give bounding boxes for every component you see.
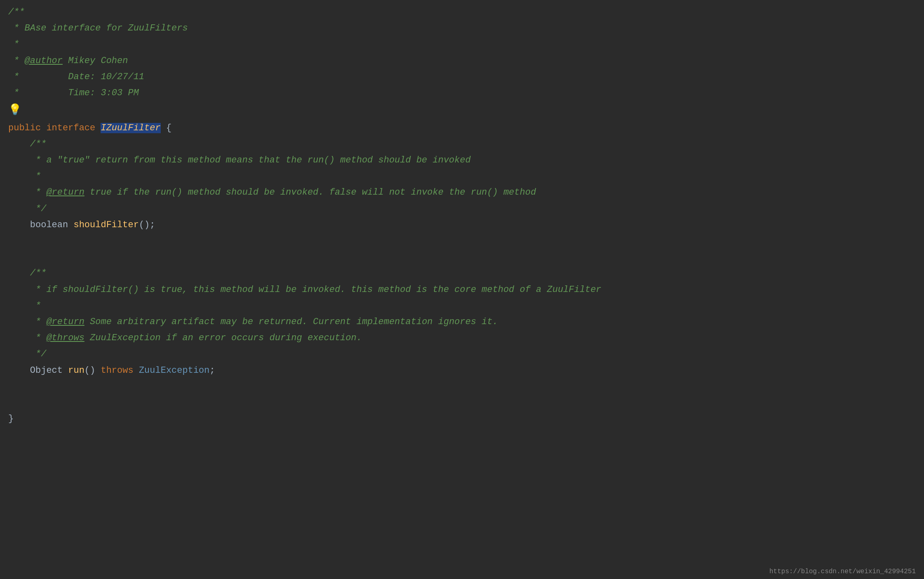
comment-text: *: [8, 301, 41, 311]
comment-text: * if shouldFilter() is true, this method…: [8, 285, 601, 295]
comment-text: */: [8, 204, 46, 214]
code-line-22: */: [0, 346, 924, 362]
code-line-17: /**: [0, 265, 924, 281]
code-line-6: * Time: 3:03 PM: [0, 85, 924, 101]
code-line-19: *: [0, 298, 924, 314]
code-line-18: * if shouldFilter() is true, this method…: [0, 282, 924, 298]
comment-text: * a "true" return from this method means…: [8, 155, 471, 165]
comment-text: /**: [8, 139, 46, 149]
exception-class: ZuulException: [139, 365, 210, 376]
code-line-2: * BAse interface for ZuulFilters: [0, 20, 924, 36]
url-text: https://blog.csdn.net/weixin_42994251: [769, 568, 916, 575]
code-line-15: [0, 233, 924, 249]
empty-line: [8, 381, 14, 392]
comment-text: */: [8, 349, 46, 359]
paren: ();: [139, 220, 155, 230]
comment-text: * Date: 10/27/11: [8, 72, 144, 82]
code-line-8: public interface IZuulFilter {: [0, 120, 924, 136]
code-line-24: [0, 379, 924, 395]
status-bar: https://blog.csdn.net/weixin_42994251: [761, 565, 924, 579]
type-boolean: boolean: [8, 220, 73, 230]
close-brace: }: [8, 414, 14, 424]
comment-text: * BAse interface for ZuulFilters: [8, 23, 188, 33]
comment-text: * @throws ZuulException if an error occu…: [8, 333, 362, 343]
lightbulb-icon: 💡: [8, 102, 21, 119]
keyword-public: public: [8, 123, 41, 133]
parens: (): [84, 365, 101, 376]
method-name: shouldFilter: [73, 220, 138, 230]
code-line-25: [0, 395, 924, 411]
annotation-return: @return: [46, 187, 84, 198]
code-editor: /** * BAse interface for ZuulFilters * *…: [0, 0, 924, 431]
comment-text: * Time: 3:03 PM: [8, 88, 139, 98]
comment-text: * @author Mikey Cohen: [8, 56, 128, 66]
code-line-23: Object run() throws ZuulException;: [0, 362, 924, 379]
code-line-7: 💡: [0, 101, 924, 120]
code-line-10: * a "true" return from this method means…: [0, 152, 924, 168]
empty-line: [8, 252, 14, 262]
code-line-21: * @throws ZuulException if an error occu…: [0, 330, 924, 346]
code-line-3: *: [0, 36, 924, 52]
semicolon: ;: [210, 365, 215, 376]
code-line-14: boolean shouldFilter();: [0, 217, 924, 233]
keyword-throws: throws: [101, 365, 133, 376]
keyword-interface: interface: [46, 123, 95, 133]
code-line-16: [0, 249, 924, 265]
space: [41, 123, 46, 133]
code-line-26: }: [0, 411, 924, 427]
comment-text: * @return true if the run() method shoul…: [8, 187, 536, 198]
empty-line: [8, 236, 14, 246]
brace-open: {: [161, 123, 171, 133]
empty-line: [8, 398, 14, 408]
code-line-11: *: [0, 168, 924, 184]
annotation-throws: @throws: [46, 333, 84, 343]
code-line-20: * @return Some arbitrary artifact may be…: [0, 314, 924, 330]
space: [134, 365, 139, 376]
comment-text: /**: [8, 7, 25, 17]
interface-name-selected: IZuulFilter: [101, 123, 160, 133]
comment-text: *: [8, 171, 41, 181]
annotation-return2: @return: [46, 317, 84, 327]
code-line-5: * Date: 10/27/11: [0, 69, 924, 85]
code-line-1: /**: [0, 4, 924, 20]
type-object: Object: [8, 365, 68, 376]
space: [95, 123, 101, 133]
code-line-12: * @return true if the run() method shoul…: [0, 184, 924, 200]
code-line-13: */: [0, 201, 924, 217]
annotation-author: @author: [25, 56, 63, 66]
comment-text: *: [8, 39, 19, 49]
method-run: run: [68, 365, 84, 376]
code-line-4: * @author Mikey Cohen: [0, 53, 924, 69]
comment-text: * @return Some arbitrary artifact may be…: [8, 317, 498, 327]
comment-text: /**: [8, 268, 46, 278]
code-line-9: /**: [0, 136, 924, 152]
